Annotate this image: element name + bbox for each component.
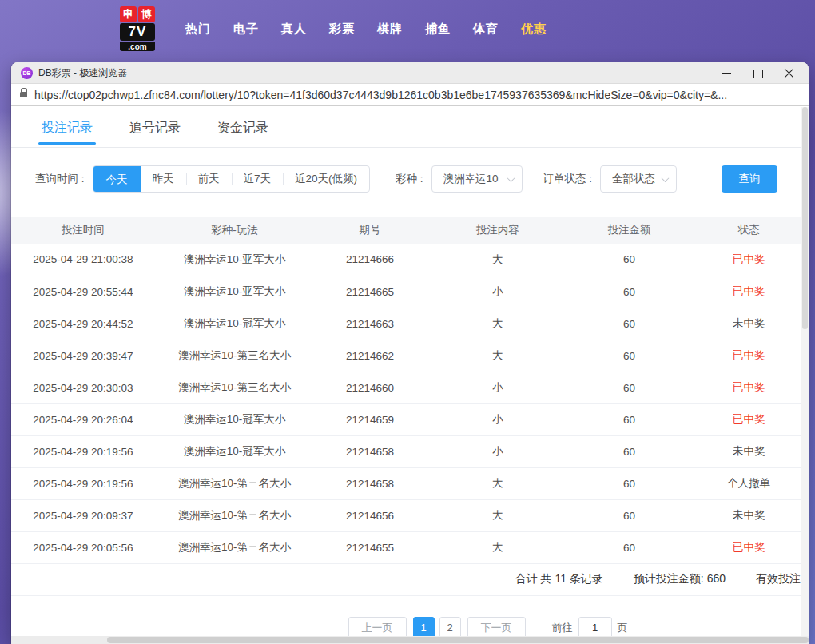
cell-bet-amount: 60 [570,403,690,435]
col-status: 状态 [689,217,809,244]
time-filter-option[interactable]: 今天 [93,165,141,193]
cell-issue: 21214656 [314,499,426,531]
cell-game-play: 澳洲幸运10-第三名大小 [155,467,315,499]
cell-bet-time: 2025-04-29 20:26:04 [11,403,155,435]
minimize-icon[interactable] [722,68,732,78]
cell-bet-content: 小 [426,372,570,403]
page-content: 投注记录 追号记录 资金记录 查询时间 : 今天 昨天 前天 近7天 近2 [11,106,809,636]
cell-status: 已中奖 [689,531,809,563]
cell-status: 未中奖 [689,435,809,467]
order-status-select[interactable]: 全部状态 [600,165,677,193]
url-bar[interactable]: https://ctop02pchwp1.zfnc84.com/lottery/… [11,83,809,106]
summary-total: 合计 共 11 条记录 [515,572,603,586]
cell-game-play: 澳洲幸运10-冠军大小 [155,403,315,435]
cell-status: 已中奖 [689,276,809,308]
cell-bet-content: 大 [426,308,570,340]
cell-bet-content: 大 [426,467,570,499]
window-title: DB彩票 - 极速浏览器 [38,66,722,80]
filter-bar: 查询时间 : 今天 昨天 前天 近7天 近20天(低频) 彩种 : 澳洲幸运10 [35,165,809,193]
cell-status: 已中奖 [689,403,809,435]
cell-status: 已中奖 [689,372,809,403]
logo-tile-1: 申 [120,6,137,22]
vertical-scrollbar-thumb[interactable] [802,107,808,329]
cell-bet-amount: 60 [570,244,690,276]
col-issue: 期号 [314,217,426,244]
logo-com: .com [120,42,155,51]
cell-issue: 21214665 [314,276,426,308]
site-nav-item[interactable]: 热门 [185,22,209,37]
cell-game-play: 澳洲幸运10-第三名大小 [155,499,315,531]
cell-game-play: 澳洲幸运10-第三名大小 [155,372,315,403]
vertical-scrollbar[interactable] [801,107,809,636]
cell-game-play: 澳洲幸运10-冠军大小 [155,308,315,340]
bet-records-table: 投注时间 彩种-玩法 期号 投注内容 投注金额 状态 2025-04-29 21… [11,217,809,564]
cell-status: 已中奖 [689,244,809,276]
record-tabs: 投注记录 追号记录 资金记录 [11,106,809,148]
table-row: 2025-04-29 21:00:38 澳洲幸运10-亚军大小 21214666… [11,244,809,276]
cell-bet-content: 大 [426,340,570,372]
cell-issue: 21214655 [314,531,426,563]
site-logo[interactable]: 申 博 7V .com [118,6,157,51]
cell-bet-amount: 60 [570,372,690,403]
time-filter-option[interactable]: 近20天(低频) [283,166,369,192]
maximize-icon[interactable] [753,68,763,78]
goto-label: 前往 [552,621,573,635]
site-nav-item[interactable]: 体育 [473,22,497,37]
window-titlebar: DB DB彩票 - 极速浏览器 [11,62,809,83]
site-nav-item[interactable]: 真人 [281,22,305,37]
table-row: 2025-04-29 20:05:56 澳洲幸运10-第三名大小 2121465… [11,531,809,563]
tab[interactable]: 追号记录 [129,120,181,147]
cell-game-play: 澳洲幸运10-第三名大小 [155,340,315,372]
lottery-select[interactable]: 澳洲幸运10 [431,165,523,193]
cell-bet-time: 2025-04-29 20:44:52 [11,308,155,340]
browser-window: DB DB彩票 - 极速浏览器 https://ctop02pchwp1.zfn… [11,62,809,644]
table-row: 2025-04-29 20:44:52 澳洲幸运10-冠军大小 21214663… [11,308,809,340]
col-game-play: 彩种-玩法 [155,217,315,244]
cell-bet-amount: 60 [570,276,690,308]
table-row: 2025-04-29 20:30:03 澳洲幸运10-第三名大小 2121466… [11,372,809,403]
cell-issue: 21214659 [314,403,426,435]
time-filter-option[interactable]: 近7天 [232,166,284,192]
cell-status: 未中奖 [689,499,809,531]
cell-bet-time: 2025-04-29 20:55:44 [11,276,155,308]
cell-bet-amount: 60 [570,435,690,467]
site-nav-item[interactable]: 棋牌 [377,22,401,37]
cell-game-play: 澳洲幸运10-冠军大小 [155,435,315,467]
logo-tile-2: 博 [138,6,155,22]
site-nav-item[interactable]: 捕鱼 [425,22,449,37]
site-nav-item[interactable]: 彩票 [329,22,353,37]
cell-issue: 21214663 [314,308,426,340]
site-nav-item[interactable]: 电子 [233,22,257,37]
cell-game-play: 澳洲幸运10-亚军大小 [155,276,315,308]
cell-bet-time: 2025-04-29 20:05:56 [11,531,155,563]
lottery-filter-label: 彩种 : [396,172,423,186]
horizontal-scrollbar[interactable] [11,636,809,644]
close-icon[interactable] [784,68,794,78]
summary-expected: 预计投注金额: 660 [634,572,726,586]
cell-issue: 21214658 [314,435,426,467]
summary-bar: 合计 共 11 条记录 预计投注金额: 660 有效投注金额 [11,564,809,596]
site-nav: 申 博 7V .com 热门 电子 真人 彩票 棋牌 捕鱼 体育 优惠 [0,0,815,58]
time-filter-option[interactable]: 昨天 [141,166,186,192]
tab[interactable]: 资金记录 [217,120,268,147]
table-row: 2025-04-29 20:26:04 澳洲幸运10-冠军大小 21214659… [11,403,809,435]
table-row: 2025-04-29 20:55:44 澳洲幸运10-亚军大小 21214665… [11,276,809,308]
cell-issue: 21214660 [314,372,426,403]
query-button[interactable]: 查询 [722,165,777,193]
cell-game-play: 澳洲幸运10-亚军大小 [155,244,315,276]
chevron-down-icon [662,174,670,182]
horizontal-scrollbar-thumb[interactable] [107,637,809,643]
cell-bet-content: 小 [426,435,570,467]
cell-bet-content: 大 [426,244,570,276]
table-header-row: 投注时间 彩种-玩法 期号 投注内容 投注金额 状态 [11,217,809,244]
cell-bet-time: 2025-04-29 21:00:38 [11,244,155,276]
table-row: 2025-04-29 20:19:56 澳洲幸运10-冠军大小 21214658… [11,435,809,467]
time-filter-option[interactable]: 前天 [186,166,232,192]
col-bet-amount: 投注金额 [570,217,690,244]
chevron-down-icon [507,174,515,182]
cell-bet-amount: 60 [570,340,690,372]
site-nav-item[interactable]: 优惠 [521,22,545,37]
url-text[interactable]: https://ctop02pchwp1.zfnc84.com/lottery/… [34,89,727,101]
status-filter-label: 订单状态 : [543,172,593,186]
tab[interactable]: 投注记录 [42,120,93,147]
